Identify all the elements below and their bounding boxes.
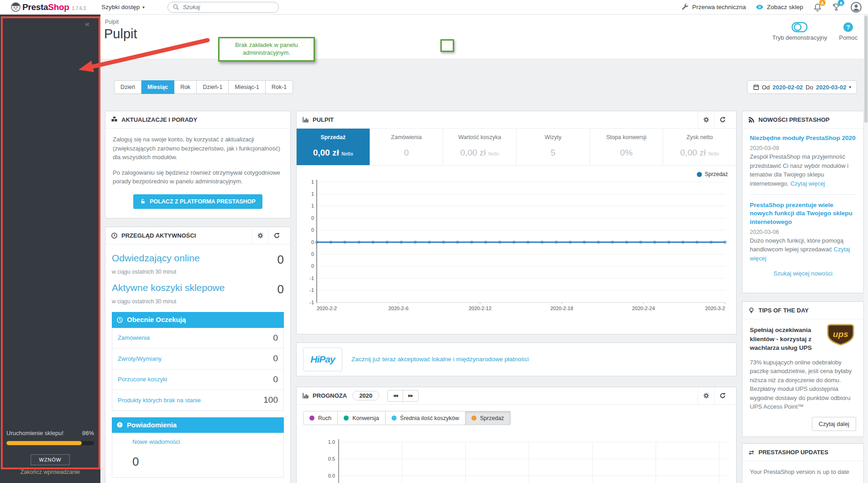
range-day-1-button[interactable]: Dzień-1 [197, 80, 229, 94]
demo-mode-toggle[interactable]: Tryb demonstracyjny [772, 22, 827, 41]
chevron-down-icon: ▾ [849, 85, 851, 89]
kpi-sales[interactable]: Sprzedaż 0,00 zł Netto [297, 129, 370, 165]
refresh-button[interactable] [268, 227, 285, 244]
new-messages-value: 0 [132, 453, 278, 471]
legend-sprzedaz-button[interactable]: Sprzedaż [465, 411, 511, 425]
top-bar: PrestaShop 1.7.6.3 Szybki dostęp ▾ Przer… [0, 0, 868, 15]
demo-mode-label: Tryb demonstracyjny [772, 34, 827, 41]
kpi-orders[interactable]: Zamówienia 0 [370, 129, 444, 165]
finish-onboarding-link[interactable]: Zakończ wprowadzanie [0, 469, 100, 475]
legend-koszyki-button[interactable]: Średnia ilość koszyków [386, 411, 465, 425]
svg-text:?: ? [847, 24, 850, 31]
exclamation-icon [116, 421, 123, 428]
svg-text:0: 0 [311, 215, 314, 221]
news-title-link[interactable]: Niezbędne moduły PrestaShop 2020 [750, 134, 856, 142]
hipay-logo[interactable]: HiPay [303, 348, 342, 371]
table-row[interactable]: Porzucone koszyki0 [112, 369, 283, 390]
online-visitors-sub: w ciągu ostatnich 30 minut [112, 268, 284, 276]
date-range-group: Dzień Miesiąc Rok Dzień-1 Miesiąc-1 Rok-… [114, 80, 293, 94]
panel-body: ups Spełniaj oczekiwania klientów - korz… [743, 319, 863, 418]
news-title-link[interactable]: PrestaShop prezentuje wiele nowych funkc… [750, 201, 856, 226]
more-news-link[interactable]: Szukaj więcej nowości [750, 270, 856, 277]
settings-button[interactable] [698, 387, 714, 404]
scrollbar-thumb[interactable] [864, 16, 868, 123]
notifications-button[interactable]: 6 [813, 3, 822, 11]
range-month-button[interactable]: Miesiąc [141, 80, 174, 94]
avatar-icon [851, 2, 862, 13]
resume-button[interactable]: WZNÓW [31, 454, 70, 465]
new-messages-link[interactable]: Nowe wiadomości [132, 437, 278, 447]
pulpit-panel: PULPIT Sprzedaż 0,00 zł Netto Zamówienia… [296, 111, 737, 334]
table-row[interactable]: Zamówienia0 [112, 328, 283, 349]
read-more-link[interactable]: Czytaj więcej [790, 180, 825, 187]
notifications-header: Powiadomienia [112, 417, 284, 433]
search-input[interactable] [183, 4, 261, 10]
legend-konwersja-button[interactable]: Konwersja [338, 411, 385, 425]
range-month-1-button[interactable]: Miesiąc-1 [229, 80, 266, 94]
breadcrumb: Pulpit [105, 19, 119, 25]
onboarding-percent: 86% [82, 430, 94, 436]
search-box[interactable] [167, 2, 279, 13]
prestashop-admin-screen: PrestaShop 1.7.6.3 Szybki dostęp ▾ Przer… [0, 0, 868, 483]
ups-logo[interactable]: ups [825, 324, 856, 346]
refresh-button[interactable] [714, 387, 731, 404]
abandoned-carts-link[interactable]: Porzucone koszyki [118, 375, 167, 384]
refresh-button[interactable] [714, 111, 731, 128]
version-label: 1.7.6.3 [72, 6, 86, 11]
maintenance-button[interactable]: Przerwa techniczna [681, 3, 746, 11]
kpi-label: Stopa konwersji [592, 134, 661, 140]
account-button[interactable] [851, 2, 862, 13]
sidebar-collapse-button[interactable]: « [85, 20, 89, 28]
year-badge: 2020 [352, 391, 379, 400]
date-range-picker[interactable]: Od 2020-02-02 Do 2020-03-02 ▾ [747, 80, 858, 94]
panel-body: Niezbędne moduły PrestaShop 2020 2020-03… [743, 129, 863, 282]
range-year-1-button[interactable]: Rok-1 [266, 80, 293, 94]
legend-ruch-button[interactable]: Ruch [303, 411, 338, 425]
table-row[interactable]: Produkty których brak na stanie100 [112, 390, 283, 410]
quick-access-dropdown[interactable]: Szybki dostęp ▾ [101, 4, 145, 10]
returns-link[interactable]: Zwroty/Wymiany [118, 354, 162, 364]
forecast-legend: Ruch Konwersja Średnia ilość koszyków Sp… [297, 405, 736, 427]
eye-icon [756, 3, 763, 11]
range-year-button[interactable]: Rok [174, 80, 197, 94]
range-day-button[interactable]: Dzień [114, 80, 141, 94]
kpi-net-profit[interactable]: Zysk netto 0,00 zł Netto [663, 129, 736, 165]
table-row[interactable]: Zwroty/Wymiany0 [112, 348, 283, 369]
svg-text:0: 0 [311, 227, 314, 233]
kpi-row: Sprzedaż 0,00 zł Netto Zamówienia 0 Wart… [297, 129, 736, 166]
settings-button[interactable] [252, 227, 268, 244]
achievements-button[interactable]: 8 [832, 3, 841, 11]
forecast-chart: 1.00.50.0 [303, 427, 730, 483]
settings-button[interactable] [698, 111, 714, 128]
news-item: PrestaShop prezentuje wiele nowych funkc… [750, 201, 856, 263]
search-icon [173, 4, 179, 10]
panel-header: PULPIT [297, 111, 736, 129]
read-on-button[interactable]: Czytaj dalej [812, 417, 856, 431]
help-button[interactable]: ? Pomoc [839, 22, 858, 41]
onboarding-progress-track [6, 441, 94, 445]
connect-prestashop-button[interactable]: POLACZ Z PLATFORMA PRESTASHOP [133, 194, 262, 209]
online-visitors-link[interactable]: Odwiedzający online [112, 251, 200, 265]
out-of-stock-link[interactable]: Produkty których brak na stanie [118, 396, 201, 405]
rss-icon [748, 116, 755, 123]
previous-year-button[interactable]: ◀◀ [387, 390, 403, 402]
kpi-conversion-rate[interactable]: Stopa konwersji 0% [590, 129, 664, 165]
news-text: Zespół PrestaShop ma przyjemność przedst… [750, 152, 856, 188]
orders-link[interactable]: Zamówienia [118, 333, 150, 343]
next-year-button[interactable]: ▶▶ [403, 390, 418, 402]
svg-text:2020-2-12: 2020-2-12 [469, 306, 492, 311]
view-shop-button[interactable]: Zobacz sklep [756, 3, 803, 11]
module-icon [111, 116, 118, 123]
kpi-value: 0,00 zł Netto [298, 148, 368, 158]
prestashop-logo[interactable]: PrestaShop 1.7.6.3 [11, 2, 86, 12]
help-label: Pomoc [839, 34, 858, 41]
hipay-link[interactable]: Zacznij już teraz akceptować lokalne i m… [351, 355, 529, 364]
active-carts-link[interactable]: Aktywne koszyki sklepowe [112, 280, 225, 295]
prognoza-panel: PROGNOZA 2020 ◀◀ ▶▶ Ruch Konwersja Średn… [296, 387, 737, 483]
panel-title: PROGNOZA [313, 392, 347, 399]
kpi-visits[interactable]: Wizyty 5 [517, 129, 590, 165]
date-from-label: Od [762, 84, 770, 91]
kpi-cart-value[interactable]: Wartość koszyka 0,00 zł Netto [443, 129, 517, 165]
sales-line-chart: 11100000-1-1-12020-2-22020-2-62020-2-122… [303, 178, 730, 314]
panel-header: NOWOŚCI PRESTASHOP [743, 111, 863, 129]
